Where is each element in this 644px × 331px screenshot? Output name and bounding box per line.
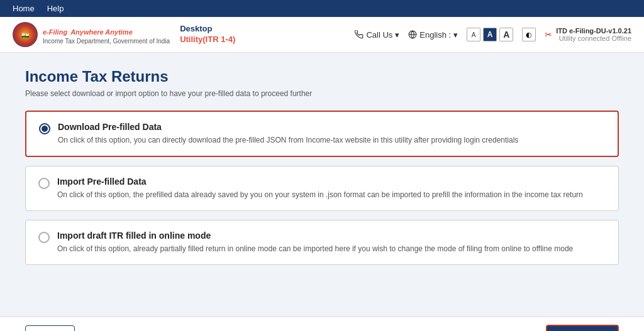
main-content: Income Tax Returns Please select downloa… (0, 53, 644, 317)
nav-help[interactable]: Help (47, 4, 64, 13)
version-info: ✂ ITD e-Filing-DU-v1.0.21 Utility connec… (545, 27, 631, 42)
option-import-text: Import Pre-filled Data On click of this … (57, 176, 583, 200)
option-draft-desc: On click of this option, already partial… (57, 243, 573, 254)
radio-download[interactable] (39, 123, 50, 134)
radio-draft[interactable] (38, 232, 50, 243)
option-import-title: Import Pre-filled Data (57, 176, 583, 187)
utility-title: Desktop Utility(ITR 1-4) (180, 24, 235, 45)
radio-import[interactable] (38, 178, 50, 189)
language-selector[interactable]: English : ▾ (408, 30, 458, 40)
page-subtitle: Please select download or import option … (25, 89, 619, 98)
header-right: Call Us ▾ English : ▾ A A A ◐ ✂ ITD e-Fi… (355, 27, 631, 42)
option-download[interactable]: Download Pre-filled Data On click of thi… (25, 111, 619, 157)
font-small-button[interactable]: A (467, 28, 480, 41)
font-size-controls: A A A (467, 28, 513, 41)
bottom-bar: ‹ Back Continue › (0, 317, 644, 331)
font-medium-button[interactable]: A (483, 28, 497, 41)
logo-area: 🇮🇳 e-Filing Anywhere Anytime Income Tax … (13, 22, 170, 47)
option-draft[interactable]: Import draft ITR filled in online mode O… (25, 220, 619, 265)
call-us-button[interactable]: Call Us ▾ (355, 30, 399, 40)
contrast-toggle[interactable]: ◐ (522, 28, 536, 41)
option-download-text: Download Pre-filled Data On click of thi… (58, 122, 518, 146)
govt-emblem: 🇮🇳 (13, 22, 38, 47)
top-navigation: Home Help (0, 0, 644, 17)
efiling-brand: e-Filing Anywhere Anytime (43, 24, 170, 38)
logo-subtitle: Income Tax Department, Government of Ind… (43, 38, 170, 45)
back-button[interactable]: ‹ Back (25, 325, 75, 331)
option-draft-text: Import draft ITR filled in online mode O… (57, 231, 573, 254)
font-large-button[interactable]: A (499, 28, 513, 41)
option-download-desc: On click of this option, you can directl… (58, 134, 518, 146)
option-download-title: Download Pre-filled Data (58, 122, 518, 132)
option-draft-title: Import draft ITR filled in online mode (57, 231, 573, 241)
header-left: 🇮🇳 e-Filing Anywhere Anytime Income Tax … (13, 22, 235, 47)
app-header: 🇮🇳 e-Filing Anywhere Anytime Income Tax … (0, 17, 644, 53)
page-title: Income Tax Returns (25, 68, 619, 85)
logo-text: e-Filing Anywhere Anytime Income Tax Dep… (43, 24, 170, 45)
option-import-desc: On click of this option, the prefilled d… (57, 189, 583, 200)
continue-button[interactable]: Continue › (546, 325, 619, 331)
offline-icon: ✂ (545, 30, 552, 40)
option-import[interactable]: Import Pre-filled Data On click of this … (25, 166, 619, 211)
nav-home[interactable]: Home (13, 4, 35, 13)
